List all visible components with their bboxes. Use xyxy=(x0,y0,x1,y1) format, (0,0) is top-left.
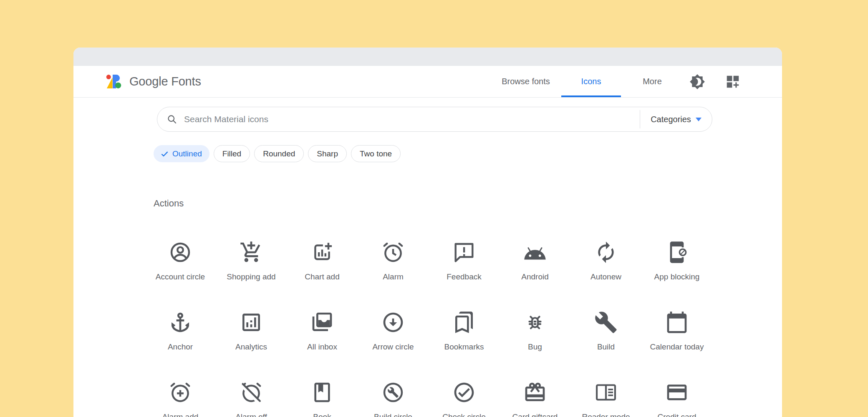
analytics-icon xyxy=(240,311,263,334)
categories-dropdown[interactable]: Categories xyxy=(640,107,712,131)
icon-card-card-giftcard[interactable]: Card giftcard xyxy=(500,381,570,417)
icon-card-bug[interactable]: Bug xyxy=(500,311,570,352)
main-nav: Browse fonts Icons More xyxy=(495,66,743,97)
icon-card-alarm-add[interactable]: Alarm add xyxy=(145,381,216,417)
icon-card-alarm-off[interactable]: Alarm off xyxy=(216,381,287,417)
icon-card-chart-add[interactable]: Chart add xyxy=(287,241,358,281)
check-icon xyxy=(161,151,168,157)
icon-card-credit-card[interactable]: Credit card xyxy=(641,381,712,417)
icon-card-alarm[interactable]: Alarm xyxy=(358,241,429,281)
shopping-add-icon xyxy=(240,241,263,264)
icon-card-all-inbox[interactable]: All inbox xyxy=(287,311,358,352)
icon-label: Card giftcard xyxy=(512,412,558,417)
book-icon xyxy=(310,381,334,404)
icon-card-calendar-today[interactable]: Calendar today xyxy=(641,311,712,352)
icon-label: App blocking xyxy=(654,272,700,281)
autonew-icon xyxy=(594,241,618,264)
icon-card-book[interactable]: Book xyxy=(287,381,358,417)
icon-label: Alarm off xyxy=(235,412,267,417)
build-circle-icon xyxy=(381,381,405,404)
apps-grid-button[interactable] xyxy=(723,72,743,92)
chip-label-sharp: Sharp xyxy=(317,149,338,158)
app-blocking-icon xyxy=(665,241,689,264)
icon-label: Android xyxy=(521,272,549,281)
icon-label: Chart add xyxy=(305,272,339,281)
google-fonts-logo-icon xyxy=(106,74,124,89)
icon-label: Build circle xyxy=(374,412,412,417)
icon-card-shopping-add[interactable]: Shopping add xyxy=(216,241,287,281)
apps-grid-icon xyxy=(725,74,741,90)
android-icon xyxy=(523,241,547,264)
section-title: Actions xyxy=(154,198,782,209)
icon-card-anchor[interactable]: Anchor xyxy=(145,311,216,352)
style-filter-chips: Outlined Filled Rounded Sharp Two tone xyxy=(154,145,782,162)
browser-window: Google Fonts Browse fonts Icons More Cat… xyxy=(73,48,782,417)
icon-card-reader-mode[interactable]: Reader mode xyxy=(570,381,641,417)
dark-mode-toggle-button[interactable] xyxy=(687,72,707,92)
icon-card-build[interactable]: Build xyxy=(570,311,641,352)
chip-label-rounded: Rounded xyxy=(263,149,295,158)
chip-label-filled: Filled xyxy=(222,149,241,158)
icon-card-check-circle[interactable]: Check circle xyxy=(429,381,500,417)
calendar-today-icon xyxy=(665,311,689,334)
icon-label: Reader mode xyxy=(582,412,630,417)
bug-icon xyxy=(523,311,547,334)
icon-card-build-circle[interactable]: Build circle xyxy=(358,381,429,417)
chip-label-two-tone: Two tone xyxy=(360,149,392,158)
icon-label: All inbox xyxy=(307,342,337,352)
icon-card-android[interactable]: Android xyxy=(500,241,570,281)
chip-label-outlined: Outlined xyxy=(172,149,202,158)
chip-two-tone[interactable]: Two tone xyxy=(351,145,401,162)
icon-label: Alarm add xyxy=(162,412,199,417)
icon-label: Arrow circle xyxy=(372,342,414,352)
feedback-icon xyxy=(452,241,476,264)
reader-mode-icon xyxy=(594,381,618,404)
chip-outlined[interactable]: Outlined xyxy=(154,145,209,162)
icon-card-analytics[interactable]: Analytics xyxy=(216,311,287,352)
site-header: Google Fonts Browse fonts Icons More xyxy=(73,66,782,98)
icon-label: Analytics xyxy=(235,342,267,352)
card-giftcard-icon xyxy=(523,381,547,404)
brand-wordmark: Google Fonts xyxy=(129,75,201,88)
check-circle-icon xyxy=(452,381,476,404)
chip-rounded[interactable]: Rounded xyxy=(254,145,304,162)
tab-more[interactable]: More xyxy=(630,66,675,97)
alarm-icon xyxy=(381,241,405,264)
credit-card-icon xyxy=(665,381,689,404)
categories-label: Categories xyxy=(651,115,691,124)
dark-mode-toggle-icon xyxy=(689,74,705,90)
icon-label: Check circle xyxy=(442,412,485,417)
alarm-off-icon xyxy=(240,381,263,404)
icon-card-autonew[interactable]: Autonew xyxy=(570,241,641,281)
icon-label: Feedback xyxy=(447,272,481,281)
icon-label: Bug xyxy=(528,342,542,352)
window-chrome-bar xyxy=(73,48,782,66)
icon-card-arrow-circle[interactable]: Arrow circle xyxy=(358,311,429,352)
search-icon xyxy=(167,114,177,125)
chip-sharp[interactable]: Sharp xyxy=(308,145,347,162)
icon-label: Build xyxy=(597,342,615,352)
tab-browse-fonts[interactable]: Browse fonts xyxy=(495,66,557,97)
icon-label: Anchor xyxy=(168,342,193,352)
icon-card-feedback[interactable]: Feedback xyxy=(429,241,500,281)
page-background: Google Fonts Browse fonts Icons More Cat… xyxy=(0,0,868,417)
account-circle-icon xyxy=(169,241,192,264)
icon-card-app-blocking[interactable]: App blocking xyxy=(641,241,712,281)
icon-label: Shopping add xyxy=(227,272,275,281)
google-fonts-logo-link[interactable]: Google Fonts xyxy=(106,74,201,89)
search-input[interactable] xyxy=(177,107,640,131)
icon-label: Credit card xyxy=(658,412,696,417)
alarm-add-icon xyxy=(169,381,192,404)
icon-label: Book xyxy=(313,412,331,417)
chart-add-icon xyxy=(310,241,334,264)
chip-filled[interactable]: Filled xyxy=(214,145,250,162)
icon-label: Calendar today xyxy=(650,342,704,352)
chevron-down-icon xyxy=(696,118,701,121)
search-bar: Categories xyxy=(157,107,712,132)
icon-label: Autonew xyxy=(590,272,621,281)
icon-card-account-circle[interactable]: Account circle xyxy=(145,241,216,281)
icon-card-bookmarks[interactable]: Bookmarks xyxy=(429,311,500,352)
tab-icons[interactable]: Icons xyxy=(561,66,621,97)
all-inbox-icon xyxy=(310,311,334,334)
icon-label: Account circle xyxy=(156,272,205,281)
